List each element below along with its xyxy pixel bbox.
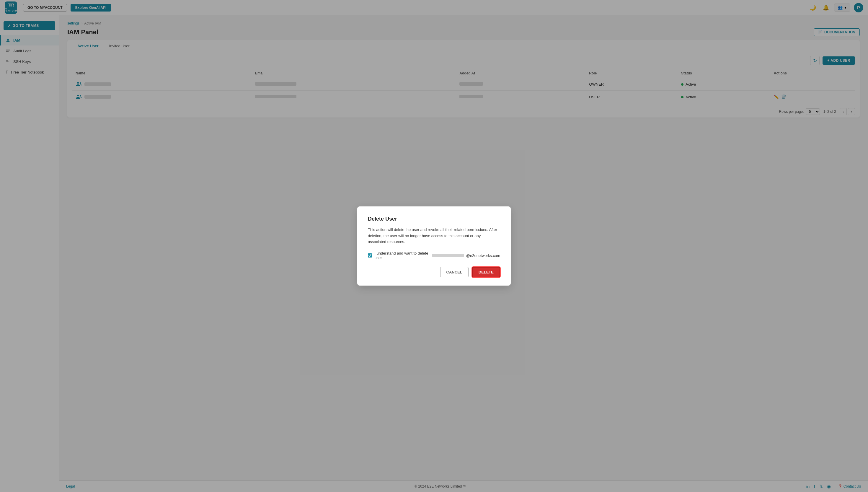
- cancel-button[interactable]: CANCEL: [440, 267, 468, 277]
- delete-confirm-button[interactable]: DELETE: [472, 267, 500, 277]
- modal-overlay[interactable]: Delete User This action will delete the …: [0, 0, 868, 492]
- checkbox-label-prefix: I understand and want to delete user: [374, 251, 430, 260]
- modal-title: Delete User: [368, 216, 500, 222]
- modal-checkbox-row: I understand and want to delete user @e2…: [368, 251, 500, 260]
- confirm-checkbox[interactable]: [368, 253, 372, 258]
- modal-footer: CANCEL DELETE: [368, 267, 500, 277]
- delete-user-modal: Delete User This action will delete the …: [357, 206, 511, 286]
- user-email-to-delete: [432, 254, 464, 257]
- modal-body: This action will delete the user and rev…: [368, 227, 500, 245]
- domain-suffix: @e2enetworks.com: [466, 253, 500, 258]
